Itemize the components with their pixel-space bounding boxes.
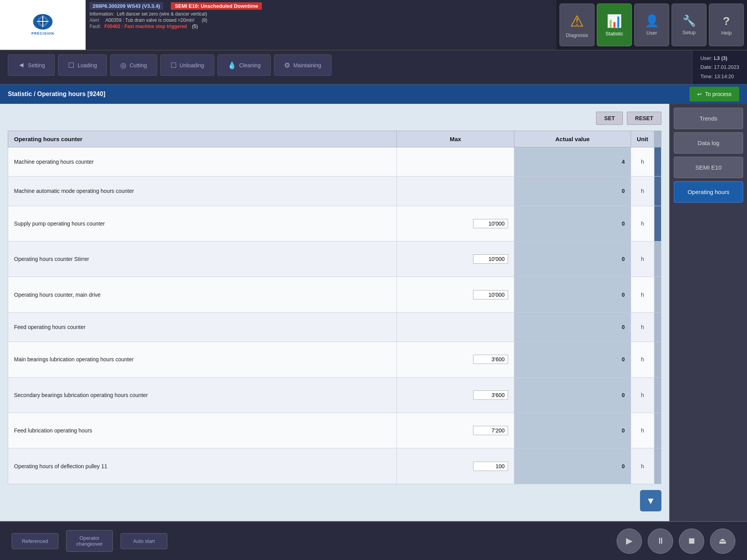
row-max[interactable] xyxy=(396,413,514,448)
play-button[interactable]: ▶ xyxy=(617,528,642,554)
nav-btn-user[interactable]: 👤 User xyxy=(634,4,669,46)
row-label: Feed lubrication operating hours xyxy=(8,413,397,448)
nav-btn-help[interactable]: ? Help xyxy=(709,4,744,46)
time-value: 13:14:20 xyxy=(714,74,734,79)
max-input[interactable] xyxy=(473,290,508,299)
bottom-bar: Referenced Operatorchangeover Auto start… xyxy=(0,521,747,560)
row-max[interactable] xyxy=(396,242,514,277)
alarm-line: Alert A00359 : Tub drain valve is closed… xyxy=(89,18,552,23)
pause-button[interactable]: ⏸ xyxy=(648,528,673,554)
step-unloading[interactable]: ☐ Unloading xyxy=(160,54,214,76)
time-label: Time: xyxy=(700,74,713,79)
setup-icon: 🔧 xyxy=(682,14,696,27)
reset-button[interactable]: RESET xyxy=(627,112,661,125)
scroll-cell xyxy=(654,206,661,241)
to-process-label: To process xyxy=(705,91,731,97)
row-max[interactable] xyxy=(396,206,514,241)
row-actual: 0 xyxy=(514,177,631,206)
user-info-panel: User: L3 (3) Date: 17.01.2023 Time: 13:1… xyxy=(692,51,747,84)
eject-button[interactable]: ⏏ xyxy=(710,528,735,554)
table-bottom: ▼ xyxy=(8,484,661,513)
nav-label-statistic: Statistic xyxy=(605,31,623,37)
fault-label: Fault: xyxy=(89,24,101,29)
max-input[interactable] xyxy=(473,355,508,364)
row-max[interactable] xyxy=(396,377,514,413)
row-unit: h xyxy=(631,342,654,377)
nav-label-user: User xyxy=(646,30,657,36)
row-actual: 0 xyxy=(514,448,631,484)
step-label-maintaining: Maintaining xyxy=(293,62,321,68)
process-bar: ◄ Setting ☐ Loading ◎ Cutting ☐ Unloadin… xyxy=(0,51,692,80)
sidebar-btn-semie10[interactable]: SEMI E10 xyxy=(674,157,743,178)
step-label-setting: Setting xyxy=(28,62,45,68)
col-header-actual: Actual value xyxy=(514,131,631,147)
row-label: Main bearings lubrication operating hour… xyxy=(8,342,397,377)
main-content: SET RESET Operating hours counter Max Ac… xyxy=(0,104,747,521)
header-info: 288P6.300209 WS43 (V3.3.4) SEMI E10: Uns… xyxy=(86,0,556,50)
date-label: Date: xyxy=(700,64,712,70)
stop-button[interactable]: ⏹ xyxy=(679,528,704,554)
row-unit: h xyxy=(631,413,654,448)
breadcrumb-text: Statistic / Operating hours [9240] xyxy=(8,91,105,98)
to-process-button[interactable]: ↩ To process xyxy=(689,87,739,102)
row-max[interactable] xyxy=(396,342,514,377)
step-label-loading: Loading xyxy=(77,62,97,68)
row-label: Operating hours counter, main drive xyxy=(8,277,397,312)
sidebar-btn-trends[interactable]: Trends xyxy=(674,108,743,129)
row-max[interactable] xyxy=(396,277,514,312)
cleaning-icon: 💧 xyxy=(228,61,236,70)
step-label-cleaning: Cleaning xyxy=(239,62,261,68)
step-cleaning[interactable]: 💧 Cleaning xyxy=(217,54,271,76)
table-area: SET RESET Operating hours counter Max Ac… xyxy=(0,104,669,521)
breadcrumb-bar: Statistic / Operating hours [9240] ↩ To … xyxy=(0,84,747,104)
row-unit: h xyxy=(631,206,654,241)
table-row: Secondary bearings lubrication operating… xyxy=(8,377,661,413)
scroll-cell xyxy=(654,147,661,177)
cutting-icon: ◎ xyxy=(120,61,126,70)
set-button[interactable]: SET xyxy=(596,112,623,125)
version-badge: 288P6.300209 WS43 (V3.3.4) xyxy=(89,2,163,10)
row-max xyxy=(396,177,514,206)
sidebar-btn-datalog[interactable]: Data log xyxy=(674,132,743,154)
max-input[interactable] xyxy=(473,426,508,435)
nav-btn-diagnosis[interactable]: ⚠ Diagnosis xyxy=(559,4,594,46)
step-loading[interactable]: ☐ Loading xyxy=(58,54,107,76)
max-input[interactable] xyxy=(473,390,508,400)
row-max xyxy=(396,312,514,341)
nav-btn-setup[interactable]: 🔧 Setup xyxy=(672,4,707,46)
scroll-cell xyxy=(654,413,661,448)
max-input[interactable] xyxy=(473,462,508,471)
scroll-header xyxy=(654,131,661,147)
user-value: L3 (3) xyxy=(714,55,728,61)
date-value: 17.01.2023 xyxy=(714,64,739,70)
scroll-cell xyxy=(654,377,661,413)
right-sidebar: Trends Data log SEMI E10 Operating hours xyxy=(669,104,747,521)
table-row: Main bearings lubrication operating hour… xyxy=(8,342,661,377)
step-cutting[interactable]: ◎ Cutting xyxy=(110,54,157,76)
loading-icon: ☐ xyxy=(68,61,74,70)
max-input[interactable] xyxy=(473,219,508,228)
row-label: Supply pump operating hours counter xyxy=(8,206,397,241)
step-setting[interactable]: ◄ Setting xyxy=(8,54,55,76)
logo-icon xyxy=(33,14,53,30)
setting-icon: ◄ xyxy=(18,61,25,69)
sidebar-btn-operating-hours[interactable]: Operating hours xyxy=(674,181,743,203)
semi-badge: SEMI E10: Unscheduled Downtime xyxy=(171,2,262,10)
scroll-down-button[interactable]: ▼ xyxy=(640,490,661,511)
scroll-cell xyxy=(654,277,661,312)
row-unit: h xyxy=(631,377,654,413)
bottom-btn-referenced[interactable]: Referenced xyxy=(12,533,58,549)
bottom-btn-auto-start[interactable]: Auto start xyxy=(121,533,167,549)
col-header-max: Max xyxy=(396,131,514,147)
row-label: Operating hours of deflection pulley 11 xyxy=(8,448,397,484)
alarm-code: A00359 : Tub drain valve is closed >20mi… xyxy=(105,18,195,23)
row-label: Feed operating hours counter xyxy=(8,312,397,341)
to-process-icon: ↩ xyxy=(697,91,702,97)
nav-btn-statistic[interactable]: 📊 Statistic xyxy=(597,4,632,46)
max-input[interactable] xyxy=(473,254,508,264)
user-label: User: xyxy=(700,55,712,61)
row-max[interactable] xyxy=(396,448,514,484)
step-maintaining[interactable]: ⚙ Maintaining xyxy=(274,54,331,76)
bottom-btn-operator[interactable]: Operatorchangeover xyxy=(66,530,113,552)
fault-code: F00402 : Fast machine stop triggered xyxy=(104,24,187,29)
